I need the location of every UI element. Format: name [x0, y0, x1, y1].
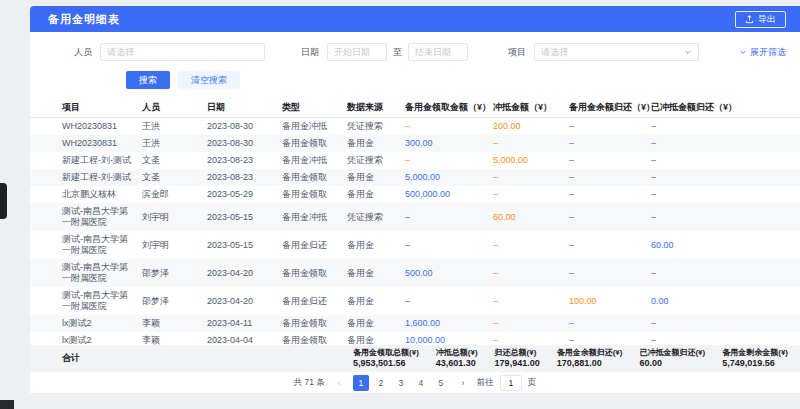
type-cell: 备用金冲抵	[282, 203, 347, 231]
receive-amount-cell: –	[405, 152, 493, 169]
person-cell: 邵梦泽	[142, 287, 207, 315]
column-header: 类型	[282, 98, 347, 118]
person-cell: 王洪	[142, 118, 207, 136]
table-row: 测试-南昌大学第一附属医院邵梦泽2023-04-20备用金领取备用金500.00…	[30, 259, 800, 287]
page: 备用金明细表 导出 人员 日期 至 项目 请选择	[0, 0, 800, 409]
expand-filters-label: 展开筛选	[750, 46, 786, 59]
summary-total-label: 已冲抵金额归还(¥)	[639, 348, 705, 358]
person-cell: 刘宇明	[142, 203, 207, 231]
offset-return-cell: –	[651, 259, 800, 287]
person-cell: 王洪	[142, 135, 207, 152]
table-row: 测试-南昌大学第一附属医院刘宇明2023-05-15备用金归还备用金–––60.…	[30, 231, 800, 259]
offset-amount-cell: –	[493, 287, 569, 315]
project-cell: 测试-南昌大学第一附属医院	[30, 231, 142, 259]
column-header: 已冲抵金额归还（¥）	[651, 98, 800, 118]
chevron-down-icon	[684, 48, 692, 56]
date-start-input[interactable]	[327, 43, 387, 61]
date-cell: 2023-08-23	[207, 169, 282, 186]
sidebar-collapse-handle[interactable]	[0, 183, 7, 219]
offset-amount-cell: –	[493, 332, 569, 345]
offset-amount-cell: –	[493, 169, 569, 186]
balance-return-cell: –	[569, 118, 651, 136]
offset-amount-cell: –	[493, 135, 569, 152]
table-row: 新建工程-刘-测试文圣2023-08-23备用金领取备用金5,000.00–––	[30, 169, 800, 186]
date-cell: 2023-05-29	[207, 186, 282, 203]
summary-total-value: 179,941.00	[495, 358, 540, 369]
page-button-3[interactable]: 3	[393, 375, 409, 391]
balance-return-cell: –	[569, 169, 651, 186]
offset-amount-cell: –	[493, 259, 569, 287]
date-end-input[interactable]	[408, 43, 468, 61]
project-cell: lx测试2	[30, 332, 142, 345]
date-cell: 2023-04-20	[207, 259, 282, 287]
project-cell: lx测试2	[30, 315, 142, 332]
pagination: 共 71 条 ‹ 12345 › 前往 页	[30, 372, 800, 393]
page-button-1[interactable]: 1	[353, 375, 369, 391]
prev-page-button[interactable]: ‹	[331, 375, 347, 391]
page-button-2[interactable]: 2	[373, 375, 389, 391]
receive-amount-cell: 500,000.00	[405, 186, 493, 203]
receive-amount-cell: –	[405, 203, 493, 231]
balance-return-cell: –	[569, 259, 651, 287]
project-cell: 北京鹏义核林	[30, 186, 142, 203]
person-cell: 文圣	[142, 152, 207, 169]
type-cell: 备用金冲抵	[282, 118, 347, 136]
petty-cash-detail-app: 备用金明细表 导出 人员 日期 至 项目 请选择	[30, 6, 800, 393]
offset-amount-cell: –	[493, 186, 569, 203]
offset-amount-cell: –	[493, 231, 569, 259]
person-cell: 文圣	[142, 169, 207, 186]
project-select[interactable]: 请选择	[534, 43, 699, 61]
summary-label: 合计	[30, 352, 80, 365]
date-cell: 2023-08-30	[207, 135, 282, 152]
source-cell: 备用金	[347, 332, 405, 345]
type-cell: 备用金冲抵	[282, 152, 347, 169]
date-cell: 2023-08-23	[207, 152, 282, 169]
person-cell: 李颖	[142, 332, 207, 345]
balance-return-cell: –	[569, 203, 651, 231]
offset-amount-cell: 60.00	[493, 203, 569, 231]
date-separator-label: 至	[393, 46, 402, 59]
source-cell: 备用金	[347, 186, 405, 203]
search-button[interactable]: 搜索	[126, 71, 170, 89]
next-page-button[interactable]: ›	[455, 375, 471, 391]
offset-amount-cell: 5,000.00	[493, 152, 569, 169]
summary-totals: 备用金领取总额(¥)5,953,501.56冲抵总额(¥)43,601.30归还…	[353, 348, 800, 369]
export-icon	[745, 15, 754, 24]
date-cell: 2023-05-15	[207, 231, 282, 259]
receive-amount-cell: 500.00	[405, 259, 493, 287]
offset-return-cell: 0.00	[651, 287, 800, 315]
date-cell: 2023-05-15	[207, 203, 282, 231]
expand-filters-link[interactable]: 展开筛选	[739, 46, 786, 59]
clear-search-button[interactable]: 清空搜索	[178, 71, 240, 89]
export-button[interactable]: 导出	[735, 11, 786, 28]
project-select-placeholder: 请选择	[541, 46, 568, 59]
type-cell: 备用金领取	[282, 135, 347, 152]
topbar: 备用金明细表 导出	[30, 6, 800, 32]
action-row: 搜索 清空搜索	[30, 62, 800, 98]
project-cell: WH20230831	[30, 118, 142, 136]
type-cell: 备用金领取	[282, 259, 347, 287]
page-button-5[interactable]: 5	[433, 375, 449, 391]
source-cell: 凭证搜索	[347, 152, 405, 169]
summary-total-value: 60.00	[639, 358, 705, 369]
export-button-label: 导出	[758, 13, 776, 26]
chevron-down-icon	[739, 48, 747, 56]
person-cell: 刘宇明	[142, 231, 207, 259]
type-cell: 备用金领取	[282, 315, 347, 332]
goto-page-input[interactable]	[500, 375, 522, 391]
type-cell: 备用金归还	[282, 231, 347, 259]
column-header: 日期	[207, 98, 282, 118]
project-cell: 测试-南昌大学第一附属医院	[30, 203, 142, 231]
summary-total: 备用金余额归还(¥)170,881.00	[557, 348, 623, 369]
receive-amount-cell: –	[405, 287, 493, 315]
offset-return-cell: –	[651, 135, 800, 152]
summary-total: 备用金领取总额(¥)5,953,501.56	[353, 348, 419, 369]
page-button-4[interactable]: 4	[413, 375, 429, 391]
balance-return-cell: 100.00	[569, 287, 651, 315]
project-cell: WH20230831	[30, 135, 142, 152]
table-row: 北京鹏义核林滨金郎2023-05-29备用金领取备用金500,000.00–––	[30, 186, 800, 203]
date-cell: 2023-04-04	[207, 332, 282, 345]
source-cell: 备用金	[347, 259, 405, 287]
person-filter-input[interactable]	[100, 43, 265, 61]
project-cell: 测试-南昌大学第一附属医院	[30, 287, 142, 315]
